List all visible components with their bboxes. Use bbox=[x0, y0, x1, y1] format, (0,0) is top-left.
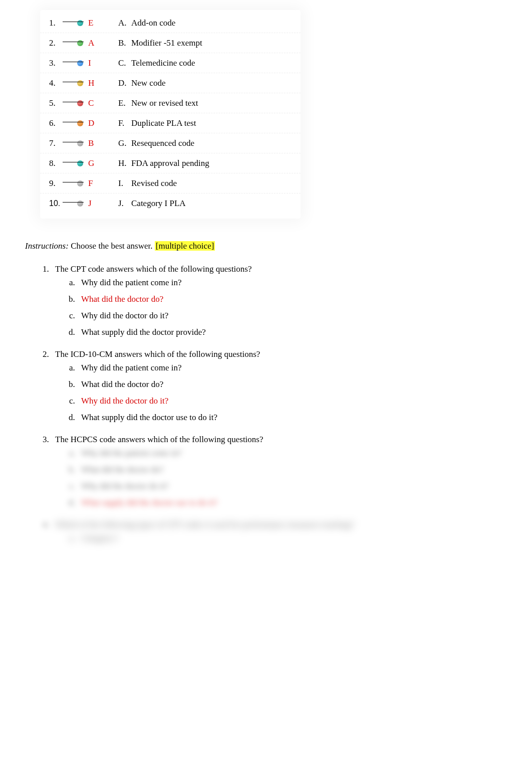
matching-number: 4. bbox=[49, 78, 77, 88]
mc-option: Why did the doctor do it? bbox=[77, 393, 507, 409]
mc-question: The HCPCS code answers which of the foll… bbox=[51, 431, 507, 513]
matching-answer: B bbox=[88, 138, 118, 148]
symbol-icon bbox=[77, 201, 83, 207]
definition-letter: E. bbox=[118, 98, 131, 108]
mc-option: What did the doctor do? bbox=[77, 291, 507, 307]
mc-option-text: What supply did the doctor use to do it? bbox=[81, 498, 217, 507]
mc-option: What supply did the doctor use to do it? bbox=[77, 494, 507, 511]
symbol-icon bbox=[77, 180, 83, 186]
matching-answer: C bbox=[88, 98, 118, 108]
matching-answer: J bbox=[88, 199, 118, 209]
mc-option-text: What supply did the doctor provide? bbox=[81, 327, 206, 337]
matching-answer: E bbox=[88, 18, 118, 28]
mc-question-text: The CPT code answers which of the follow… bbox=[55, 264, 252, 274]
definition-text: Category I PLA bbox=[131, 199, 296, 209]
definition-letter: B. bbox=[118, 38, 131, 48]
mc-option-text: Why did the doctor do it? bbox=[81, 396, 168, 406]
matching-number: 7. bbox=[49, 138, 77, 148]
symbol-icon bbox=[77, 80, 83, 86]
definition-letter: A. bbox=[118, 18, 131, 28]
mc-option-text: Why did the patient come in? bbox=[81, 278, 182, 287]
matching-row: 9.FI.Revised code bbox=[40, 173, 301, 193]
mc-option-text: What supply did the doctor use to do it? bbox=[81, 413, 217, 422]
mc-option-text: Category I bbox=[81, 533, 117, 543]
matching-answer: I bbox=[88, 58, 118, 68]
matching-row: 2.AB.Modifier -51 exempt bbox=[40, 33, 301, 53]
mc-options: Category I bbox=[77, 530, 507, 546]
mc-options: Why did the patient come in?What did the… bbox=[77, 359, 507, 426]
mc-option: What supply did the doctor use to do it? bbox=[77, 409, 507, 426]
definition-letter: C. bbox=[118, 58, 131, 68]
matching-number: 1. bbox=[49, 18, 77, 28]
mc-question-text: Which of the following types of CPT code… bbox=[55, 520, 354, 529]
instructions-line: Instructions: Choose the best answer. [m… bbox=[25, 241, 507, 251]
mc-option-text: Why did the doctor do it? bbox=[81, 311, 168, 320]
mc-question-text: The HCPCS code answers which of the foll… bbox=[55, 435, 263, 444]
definition-text: New code bbox=[131, 78, 296, 88]
symbol-icon bbox=[77, 100, 83, 106]
mc-option: Why did the patient come in? bbox=[77, 274, 507, 291]
mc-option: Why did the doctor do it? bbox=[77, 307, 507, 324]
mc-option: Why did the doctor do it? bbox=[77, 478, 507, 494]
instructions-tag: [multiple choice] bbox=[155, 241, 215, 251]
matching-number: 9. bbox=[49, 178, 77, 188]
definition-text: Resequenced code bbox=[131, 138, 296, 148]
definition-letter: D. bbox=[118, 78, 131, 88]
matching-row: 10.JJ.Category I PLA bbox=[40, 193, 301, 214]
mc-questions: The CPT code answers which of the follow… bbox=[51, 260, 507, 548]
definition-letter: J. bbox=[118, 199, 131, 209]
definition-letter: F. bbox=[118, 118, 131, 128]
mc-question-text: The ICD-10-CM answers which of the follo… bbox=[55, 349, 260, 359]
mc-question: The CPT code answers which of the follow… bbox=[51, 260, 507, 342]
mc-option: Why did the patient come in? bbox=[77, 445, 507, 461]
matching-answer: F bbox=[88, 178, 118, 188]
mc-options: Why did the patient come in?What did the… bbox=[77, 274, 507, 340]
matching-block: 1.EA.Add-on code2.AB.Modifier -51 exempt… bbox=[40, 10, 301, 219]
symbol-icon bbox=[77, 120, 83, 126]
instructions-body: Choose the best answer. bbox=[69, 241, 153, 251]
matching-row: 4.HD.New code bbox=[40, 73, 301, 93]
mc-option: What did the doctor do? bbox=[77, 461, 507, 478]
definition-letter: H. bbox=[118, 158, 131, 168]
symbol-icon bbox=[77, 20, 83, 26]
matching-row: 5.CE.New or revised text bbox=[40, 93, 301, 113]
matching-answer: H bbox=[88, 78, 118, 88]
matching-answer: A bbox=[88, 38, 118, 48]
matching-row: 1.EA.Add-on code bbox=[40, 13, 301, 33]
mc-option-text: Why did the patient come in? bbox=[81, 363, 182, 372]
definition-text: FDA approval pending bbox=[131, 158, 296, 168]
mc-option-text: What did the doctor do? bbox=[81, 379, 163, 389]
mc-option: What supply did the doctor provide? bbox=[77, 324, 507, 340]
definition-text: New or revised text bbox=[131, 98, 296, 108]
definition-text: Add-on code bbox=[131, 18, 296, 28]
matching-row: 3.IC.Telemedicine code bbox=[40, 53, 301, 73]
definition-text: Telemedicine code bbox=[131, 58, 296, 68]
definition-text: Revised code bbox=[131, 178, 296, 188]
mc-option-text: What did the doctor do? bbox=[81, 294, 163, 304]
symbol-icon bbox=[77, 60, 83, 66]
definition-text: Duplicate PLA test bbox=[131, 118, 296, 128]
matching-row: 7.BG.Resequenced code bbox=[40, 133, 301, 153]
symbol-icon bbox=[77, 40, 83, 46]
definition-letter: I. bbox=[118, 178, 131, 188]
matching-number: 6. bbox=[49, 118, 77, 128]
definition-letter: G. bbox=[118, 138, 131, 148]
matching-number: 10. bbox=[49, 199, 77, 208]
matching-answer: D bbox=[88, 118, 118, 128]
instructions-prefix: Instructions: bbox=[25, 241, 69, 251]
mc-option-text: Why did the doctor do it? bbox=[81, 481, 168, 491]
mc-option-text: Why did the patient come in? bbox=[81, 448, 182, 458]
mc-option: What did the doctor do? bbox=[77, 376, 507, 393]
matching-number: 2. bbox=[49, 38, 77, 48]
mc-option-text: What did the doctor do? bbox=[81, 465, 163, 474]
mc-option: Why did the patient come in? bbox=[77, 359, 507, 376]
matching-number: 8. bbox=[49, 158, 77, 168]
matching-number: 5. bbox=[49, 98, 77, 108]
matching-number: 3. bbox=[49, 58, 77, 68]
mc-option: Category I bbox=[77, 530, 507, 546]
matching-row: 8.GH.FDA approval pending bbox=[40, 153, 301, 173]
symbol-icon bbox=[77, 160, 83, 166]
matching-answer: G bbox=[88, 158, 118, 168]
symbol-icon bbox=[77, 140, 83, 146]
mc-question: The ICD-10-CM answers which of the follo… bbox=[51, 345, 507, 428]
